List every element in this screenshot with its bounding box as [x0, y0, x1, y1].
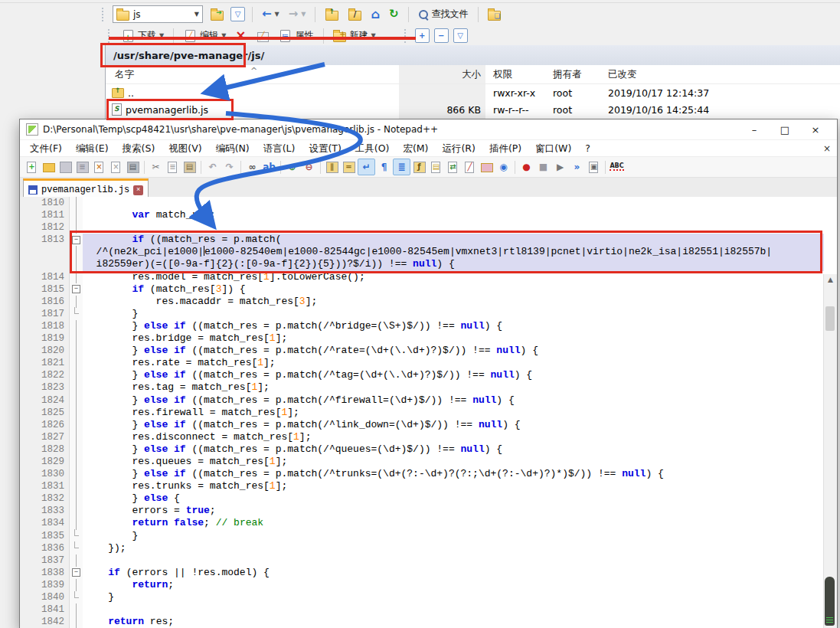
- filter-icon: ▽: [457, 31, 463, 40]
- document-switcher-icon[interactable]: ⇄: [445, 159, 461, 175]
- rename-button[interactable]: ╱: [253, 28, 272, 44]
- menu-item[interactable]: 运行(R): [435, 140, 482, 156]
- chevron-down-icon[interactable]: ▼: [301, 11, 306, 18]
- fold-margin[interactable]: [70, 567, 83, 579]
- close-button[interactable]: ×: [800, 120, 831, 139]
- properties-button[interactable]: ≔ 属性: [276, 28, 316, 44]
- menu-item[interactable]: 窗口(W): [528, 140, 578, 156]
- column-header-changed[interactable]: 已改变: [600, 68, 840, 81]
- spell-check-icon[interactable]: ABC: [609, 159, 625, 175]
- function-list-icon[interactable]: ƒ: [411, 159, 427, 175]
- open-file-icon[interactable]: [41, 159, 57, 175]
- filter-button[interactable]: ▽: [230, 7, 245, 21]
- code-editor[interactable]: 18101811 var match_res;18121813 if ((mat…: [20, 197, 837, 628]
- macro-save-icon[interactable]: ▣: [586, 159, 602, 175]
- title-bar[interactable]: D:\Personal\Temp\scp48421\usr\share\pve-…: [20, 119, 837, 140]
- close-all-icon[interactable]: ×: [108, 159, 124, 175]
- maximize-button[interactable]: □: [770, 120, 800, 139]
- show-all-characters-icon[interactable]: ¶: [376, 159, 392, 175]
- sync-vertical-icon[interactable]: ∥: [324, 159, 340, 175]
- print-icon[interactable]: ▤: [125, 159, 141, 175]
- minimize-button[interactable]: –: [739, 120, 770, 139]
- redo-icon[interactable]: ↷: [221, 159, 237, 175]
- find-icon[interactable]: ∞: [244, 159, 260, 175]
- undo-icon[interactable]: ↶: [204, 159, 221, 175]
- document-map-icon[interactable]: ▤: [428, 159, 444, 175]
- code-rows[interactable]: 18101811 var match_res;18121813 if ((mat…: [20, 197, 824, 628]
- macro-run-multiple-icon[interactable]: »: [569, 159, 585, 175]
- expand-button[interactable]: +: [415, 28, 430, 43]
- zoom-out-icon[interactable]: ⊖: [301, 159, 317, 175]
- transfer-settings-button[interactable]: ❏: [485, 6, 504, 23]
- new-file-icon[interactable]: +: [24, 159, 40, 175]
- filter-list-button[interactable]: ▽: [453, 28, 468, 43]
- chevron-down-icon[interactable]: ▼: [221, 32, 226, 39]
- menu-item[interactable]: 搜索(S): [116, 140, 162, 156]
- menu-item[interactable]: 设置(T): [302, 140, 348, 156]
- back-button[interactable]: ←▼: [260, 7, 282, 21]
- menu-item[interactable]: 工具(O): [348, 140, 397, 156]
- scrollbar-thumb[interactable]: [825, 306, 835, 331]
- chevron-down-icon[interactable]: ▼: [159, 32, 164, 39]
- parent-directory-button[interactable]: ↑: [322, 6, 341, 23]
- line-number: 1813: [20, 234, 70, 246]
- menu-item[interactable]: 视图(V): [162, 140, 208, 156]
- chevron-down-icon[interactable]: ▼: [194, 11, 199, 18]
- macro-play-icon[interactable]: ▶: [552, 159, 568, 175]
- folder-as-workspace-icon[interactable]: [479, 159, 495, 175]
- directory-combo[interactable]: js ▼: [113, 5, 203, 23]
- macro-record-icon[interactable]: ●: [518, 159, 534, 175]
- save-all-icon[interactable]: ≡: [74, 159, 90, 175]
- menu-item[interactable]: 文件(F): [23, 140, 69, 156]
- file-changed: 2019/10/16 14:25:44: [600, 104, 840, 116]
- menu-item[interactable]: 编码(N): [209, 140, 257, 156]
- menubar-close-icon[interactable]: ×: [823, 143, 831, 154]
- sync-horizontal-icon[interactable]: =: [341, 159, 357, 175]
- paste-icon[interactable]: ▤: [181, 159, 198, 175]
- menu-item[interactable]: 编辑(E): [69, 140, 116, 156]
- copy-icon[interactable]: ≡: [165, 159, 181, 175]
- save-file-icon[interactable]: [57, 159, 74, 175]
- vertical-scrollbar[interactable]: ▲: [823, 274, 837, 628]
- home-directory-button[interactable]: ⌂: [368, 7, 381, 22]
- menu-item[interactable]: 插件(P): [482, 140, 528, 156]
- file-row[interactable]: ..rwxr-xr-xroot2019/10/17 12:14:37: [106, 84, 840, 101]
- cut-icon[interactable]: ✂: [148, 159, 164, 175]
- file-list-header: 名字 大小 权限 拥有者 已改变 ^: [106, 65, 840, 84]
- word-wrap-icon[interactable]: ↵: [358, 159, 375, 175]
- tab-pvemanagerlib[interactable]: pvemanagerlib.js ×: [23, 178, 149, 199]
- scroll-up-icon[interactable]: ▲: [824, 276, 837, 283]
- fold-margin[interactable]: [70, 283, 83, 296]
- line-number: 1841: [20, 603, 70, 616]
- column-header-name[interactable]: 名字: [106, 68, 387, 81]
- menu-item[interactable]: 语言(L): [257, 140, 302, 156]
- menu-item[interactable]: ?: [578, 140, 597, 156]
- indent-guide-icon[interactable]: ≣: [393, 159, 410, 175]
- browser-preview-icon[interactable]: ╱: [462, 159, 478, 175]
- column-header-size[interactable]: 大小: [387, 68, 485, 81]
- file-row[interactable]: pvemanagerlib.js866 KBrw-r--r--root2019/…: [106, 101, 840, 118]
- download-button[interactable]: ↓ 下载 ▼: [119, 28, 166, 44]
- macro-stop-icon[interactable]: ■: [535, 159, 551, 175]
- forward-button[interactable]: →▼: [286, 7, 309, 21]
- column-header-owner[interactable]: 拥有者: [545, 68, 600, 81]
- edit-button[interactable]: ╱ 编辑 ▼: [181, 28, 228, 44]
- delete-button[interactable]: ×: [233, 28, 248, 44]
- file-monitoring-icon[interactable]: ◉: [495, 159, 512, 175]
- replace-icon[interactable]: ab: [261, 159, 277, 175]
- chevron-down-icon[interactable]: ▼: [371, 32, 376, 39]
- menu-item[interactable]: 宏(M): [396, 140, 435, 156]
- chevron-down-icon[interactable]: ▼: [275, 11, 279, 18]
- open-session-folder-button[interactable]: ➔: [208, 6, 226, 23]
- root-directory-button[interactable]: /: [345, 6, 364, 23]
- address-bar[interactable]: /usr/share/pve-manager/js/: [105, 45, 840, 65]
- tab-close-icon[interactable]: ×: [133, 185, 143, 195]
- column-header-perms[interactable]: 权限: [485, 68, 545, 81]
- refresh-button[interactable]: ↻: [387, 7, 401, 21]
- find-files-button[interactable]: 查找文件: [416, 6, 471, 22]
- collapse-button[interactable]: −: [434, 28, 449, 43]
- zoom-in-icon[interactable]: ⊕: [284, 159, 300, 175]
- fold-margin[interactable]: [70, 234, 83, 246]
- new-button[interactable]: + 新建 ▼: [331, 28, 378, 44]
- close-file-icon[interactable]: ×: [91, 159, 107, 175]
